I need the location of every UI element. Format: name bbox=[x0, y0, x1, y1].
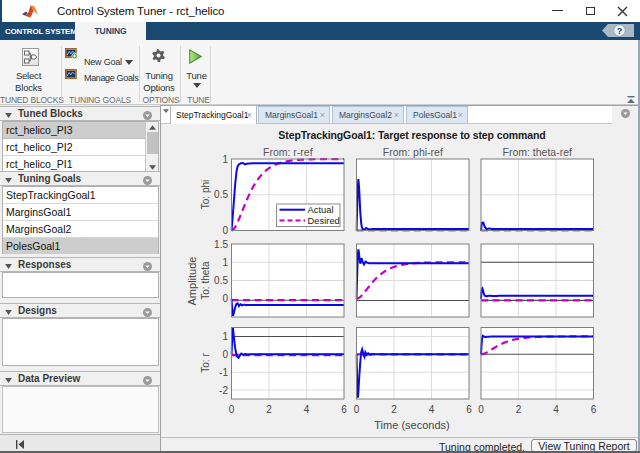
svg-text:-1: -1 bbox=[219, 367, 228, 378]
svg-text:2: 2 bbox=[391, 404, 397, 415]
svg-text:0: 0 bbox=[222, 225, 228, 236]
svg-text:1: 1 bbox=[222, 257, 228, 268]
svg-text:StepTrackingGoal1: Target resp: StepTrackingGoal1: Target response to st… bbox=[278, 129, 545, 141]
svg-text:0.5: 0.5 bbox=[214, 189, 228, 200]
svg-text:4: 4 bbox=[553, 404, 559, 415]
svg-text:From: r-ref: From: r-ref bbox=[263, 146, 313, 158]
svg-text:Amplitude: Amplitude bbox=[186, 257, 198, 306]
svg-text:0.5: 0.5 bbox=[214, 275, 228, 286]
svg-text:1.5: 1.5 bbox=[214, 239, 228, 250]
svg-text:4: 4 bbox=[304, 404, 310, 415]
svg-text:0: 0 bbox=[222, 349, 228, 360]
svg-text:0: 0 bbox=[478, 404, 484, 415]
svg-text:0: 0 bbox=[229, 404, 235, 415]
svg-text:6: 6 bbox=[466, 404, 472, 415]
svg-text:From: theta-ref: From: theta-ref bbox=[502, 146, 572, 158]
svg-text:0: 0 bbox=[222, 293, 228, 304]
svg-text:Time (seconds): Time (seconds) bbox=[374, 419, 449, 431]
svg-text:To: r: To: r bbox=[200, 353, 211, 373]
svg-text:6: 6 bbox=[591, 404, 597, 415]
svg-text:To: theta: To: theta bbox=[200, 261, 211, 300]
svg-text:1: 1 bbox=[222, 331, 228, 342]
svg-text:Actual: Actual bbox=[308, 204, 334, 215]
svg-text:2: 2 bbox=[266, 404, 272, 415]
svg-text:4: 4 bbox=[429, 404, 435, 415]
svg-text:From: phi-ref: From: phi-ref bbox=[383, 146, 443, 158]
svg-text:0: 0 bbox=[354, 404, 360, 415]
svg-text:-2: -2 bbox=[219, 385, 228, 396]
svg-text:1: 1 bbox=[222, 154, 228, 165]
svg-text:To: phi: To: phi bbox=[200, 180, 211, 209]
svg-text:Desired: Desired bbox=[308, 215, 340, 226]
svg-text:2: 2 bbox=[516, 404, 522, 415]
svg-text:6: 6 bbox=[341, 404, 347, 415]
